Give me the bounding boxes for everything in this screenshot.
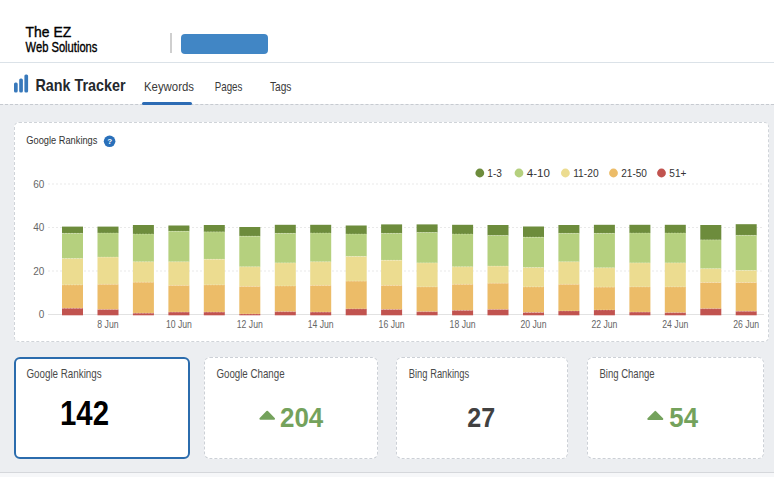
- svg-text:Web Solutions: Web Solutions: [26, 40, 98, 55]
- svg-text:14 Jun: 14 Jun: [308, 319, 334, 330]
- svg-text:40: 40: [33, 222, 45, 233]
- svg-text:16 Jun: 16 Jun: [379, 319, 405, 330]
- svg-text:The EZ: The EZ: [26, 25, 72, 40]
- svg-text:Google Rankings: Google Rankings: [26, 367, 101, 381]
- svg-text:Rank Tracker: Rank Tracker: [35, 76, 126, 94]
- svg-text:20: 20: [33, 266, 45, 277]
- svg-text:27: 27: [467, 403, 495, 433]
- svg-text:8 Jun: 8 Jun: [97, 319, 118, 330]
- svg-text:51+: 51+: [669, 167, 686, 179]
- svg-text:60: 60: [33, 179, 45, 190]
- svg-text:142: 142: [60, 394, 109, 432]
- svg-text:204: 204: [280, 403, 323, 433]
- svg-text:4-10: 4-10: [527, 167, 550, 179]
- svg-text:20 Jun: 20 Jun: [521, 319, 547, 330]
- svg-text:Bing Rankings: Bing Rankings: [409, 367, 469, 381]
- svg-text:Pages: Pages: [215, 80, 243, 94]
- svg-text:12 Jun: 12 Jun: [237, 319, 263, 330]
- svg-text:1-3: 1-3: [487, 167, 502, 179]
- svg-text:54: 54: [669, 403, 698, 433]
- svg-text:?: ?: [107, 137, 112, 146]
- svg-text:11-20: 11-20: [573, 167, 598, 179]
- svg-text:Google Change: Google Change: [216, 367, 285, 381]
- svg-text:Google Rankings: Google Rankings: [26, 134, 97, 146]
- svg-text:26 Jun: 26 Jun: [733, 319, 759, 330]
- svg-text:Bing Change: Bing Change: [599, 367, 655, 381]
- svg-text:Tags: Tags: [270, 80, 292, 94]
- svg-text:Keywords: Keywords: [144, 80, 194, 94]
- svg-text:0: 0: [39, 309, 45, 320]
- svg-text:21-50: 21-50: [621, 167, 647, 179]
- svg-text:24 Jun: 24 Jun: [662, 319, 688, 330]
- svg-text:10 Jun: 10 Jun: [166, 319, 192, 330]
- svg-text:22 Jun: 22 Jun: [591, 319, 617, 330]
- svg-text:18 Jun: 18 Jun: [450, 319, 476, 330]
